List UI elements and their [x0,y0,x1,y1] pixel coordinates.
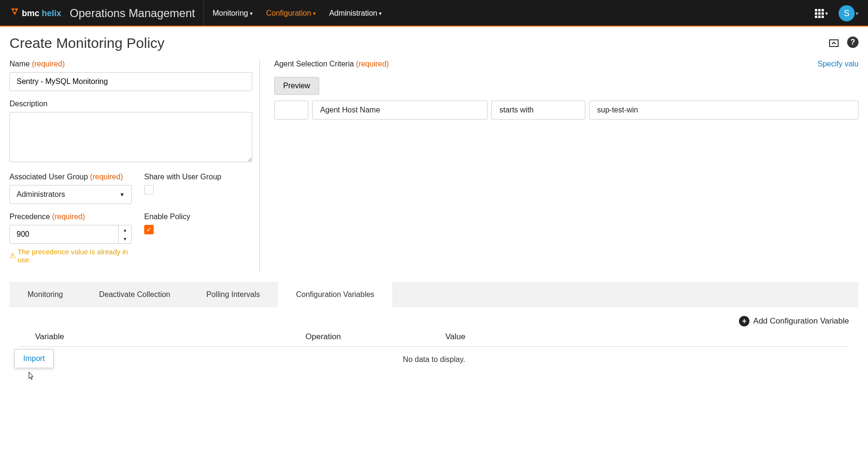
assoc-group-select[interactable]: Administrators ▼ [9,185,132,204]
criteria-operator[interactable]: starts with [491,101,585,120]
collapse-panel-icon[interactable] [827,37,840,50]
share-checkbox[interactable] [144,185,154,195]
name-input[interactable] [9,72,252,91]
logo[interactable]: bmc helix [9,7,61,20]
warning-icon: ⚠ [9,251,16,260]
th-variable: Variable [21,332,305,342]
specify-link[interactable]: Specify valu [818,60,859,68]
th-operation: Operation [305,332,445,342]
help-icon[interactable]: ? [847,37,859,48]
top-nav: Monitoring▾ Configuration▾ Administratio… [212,9,382,18]
import-menu-item[interactable]: Import [23,354,45,363]
user-avatar[interactable]: S [839,5,855,21]
precedence-warning: ⚠ The precedence value is already in use… [9,248,132,264]
agent-criteria-label: Agent Selection Criteria (required) [274,60,389,68]
nav-monitoring[interactable]: Monitoring▾ [212,9,253,18]
config-tabs: Monitoring Deactivate Collection Polling… [9,282,859,307]
svg-rect-0 [830,40,838,46]
logo-text-bmc: bmc [22,9,39,18]
bmc-logo-icon [9,7,20,20]
apps-launcher-icon[interactable]: ▾ [815,9,828,18]
tab-monitoring[interactable]: Monitoring [9,282,81,307]
assoc-group-label: Associated User Group (required) [9,173,132,181]
top-bar: bmc helix Operations Management Monitori… [0,0,868,27]
tab-deactivate[interactable]: Deactivate Collection [81,282,188,307]
table-empty-message: No data to display. [19,347,849,372]
add-config-variable-button[interactable]: + Add Configuration Variable [19,316,849,326]
chevron-down-icon: ▾ [856,10,859,17]
description-label: Description [9,100,252,108]
page-title: Create Monitoring Policy [9,35,165,51]
precedence-input[interactable] [10,225,118,243]
precedence-label: Precedence (required) [9,213,132,221]
nav-configuration[interactable]: Configuration▾ [266,9,316,18]
enable-checkbox[interactable]: ✓ [144,225,154,234]
tab-polling[interactable]: Polling Intervals [188,282,278,307]
plus-icon: + [739,316,749,326]
nav-administration[interactable]: Administration▾ [329,9,382,18]
criteria-prefix[interactable] [274,101,308,120]
import-popover: Import [14,349,54,368]
th-value: Value [445,332,847,342]
share-label: Share with User Group [144,173,252,181]
tab-config-vars[interactable]: Configuration Variables [278,282,392,307]
app-title: Operations Management [70,0,204,27]
preview-button[interactable]: Preview [274,77,319,95]
caret-down-icon: ▼ [120,192,125,197]
variables-table-header: Variable Operation Value [19,332,849,347]
enable-label: Enable Policy [144,213,252,221]
logo-text-helix: helix [42,9,61,18]
chevron-down-icon: ▾ [250,10,253,17]
step-down-icon: ▼ [119,234,131,243]
name-label: Name (required) [9,60,252,68]
precedence-stepper[interactable]: ▲▼ [118,225,131,243]
chevron-down-icon: ▾ [379,10,382,17]
criteria-value[interactable]: sup-test-win [589,101,859,120]
description-textarea[interactable] [9,112,252,162]
step-up-icon: ▲ [119,225,131,234]
chevron-down-icon: ▾ [313,10,316,17]
criteria-field[interactable]: Agent Host Name [312,101,488,120]
